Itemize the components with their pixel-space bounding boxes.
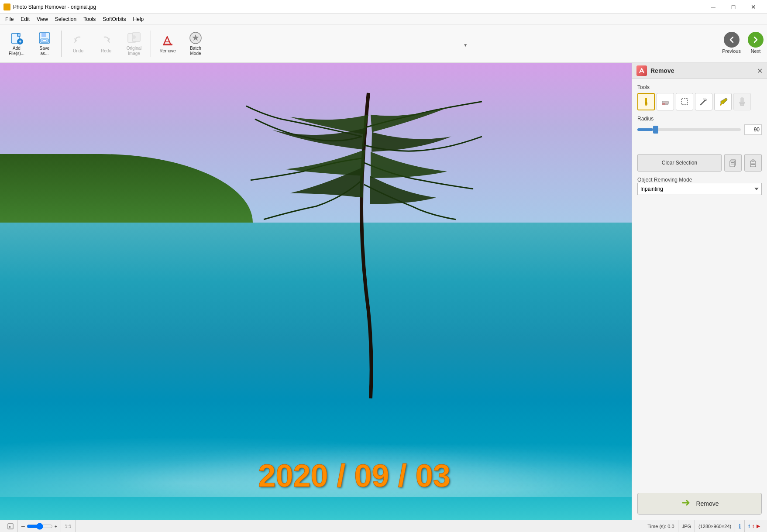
close-button[interactable]: ✕ — [743, 0, 764, 14]
remove-action-button[interactable]: Remove — [637, 493, 762, 515]
radius-section: Radius 90 — [637, 116, 762, 135]
spacer — [637, 140, 762, 149]
add-file-icon: + — [10, 31, 24, 45]
svg-point-20 — [704, 100, 706, 101]
brush-tool[interactable] — [637, 93, 655, 110]
svg-point-10 — [132, 35, 136, 39]
svg-rect-35 — [751, 163, 755, 164]
image-area[interactable]: 2020 / 09 / 03 — [0, 63, 632, 520]
tools-label: Tools — [637, 84, 762, 90]
toolbar-sep-1 — [61, 31, 62, 57]
save-as-button[interactable]: Saveas... — [31, 27, 58, 60]
toolbox-remove-icon — [636, 65, 647, 76]
eraser-tool[interactable] — [657, 93, 674, 110]
toolbar: + AddFile(s)... Saveas... Undo — [0, 24, 767, 63]
radius-slider-fill — [637, 128, 653, 131]
remove-action-label: Remove — [696, 500, 719, 507]
toolbar-expand-arrow[interactable]: ▼ — [463, 43, 468, 61]
palm-svg — [237, 63, 499, 429]
magic-wand-tool[interactable] — [695, 93, 712, 110]
main-content: 2020 / 09 / 03 Remove ✕ Tools — [0, 63, 767, 520]
dimensions-label: (1280×960×24) — [698, 524, 731, 529]
svg-rect-28 — [740, 103, 744, 106]
previous-button[interactable]: Previous — [722, 32, 741, 54]
radius-value[interactable]: 90 — [744, 124, 762, 135]
menu-help[interactable]: Help — [130, 14, 148, 24]
save-icon — [38, 31, 52, 45]
zoom-plus-button[interactable]: + — [55, 524, 57, 529]
format-label: JPG — [682, 524, 691, 529]
radius-label: Radius — [637, 116, 762, 122]
facebook-icon[interactable]: f — [748, 524, 750, 529]
dimensions-display: (1280×960×24) — [695, 520, 735, 532]
batch-mode-button[interactable]: BatchMode — [182, 27, 209, 60]
radius-slider-track[interactable] — [637, 128, 741, 131]
undo-button[interactable]: Undo — [65, 27, 91, 60]
rect-select-tool[interactable] — [676, 93, 693, 110]
info-icon-section[interactable]: ℹ — [735, 520, 745, 532]
menu-view[interactable]: View — [33, 14, 52, 24]
menu-file[interactable]: File — [2, 14, 17, 24]
object-removing-mode-dropdown[interactable]: Inpainting Content Aware Fill Clone Stam… — [637, 183, 762, 195]
prev-next-area: Previous Next — [722, 32, 764, 55]
svg-rect-36 — [751, 164, 755, 165]
svg-line-22 — [706, 99, 707, 100]
paste-button[interactable] — [744, 154, 762, 172]
time-label: Time (s): 0.0 — [647, 524, 674, 529]
svg-rect-15 — [645, 103, 647, 103]
toolbox-panel: Remove ✕ Tools — [632, 63, 767, 520]
status-bar: ─ + 1:1 Time (s): 0.0 JPG (1280×960×24) … — [0, 520, 767, 532]
original-image-icon — [127, 31, 141, 45]
clear-selection-button[interactable]: Clear Selection — [637, 154, 722, 172]
svg-rect-17 — [662, 103, 665, 105]
menu-tools[interactable]: Tools — [80, 14, 99, 24]
format-display: JPG — [678, 520, 695, 532]
svg-text:+: + — [18, 38, 21, 45]
remove-arrow-icon — [680, 497, 692, 511]
previous-icon — [724, 32, 739, 48]
zoom-minus-button[interactable]: ─ — [21, 524, 25, 529]
original-image-button[interactable]: OriginalImage — [121, 27, 147, 60]
add-file-button[interactable]: + AddFile(s)... — [3, 27, 30, 60]
twitter-icon[interactable]: t — [753, 524, 754, 529]
info-icon[interactable]: ℹ — [739, 523, 741, 530]
toolbox-header: Remove ✕ — [632, 63, 767, 79]
zoom-label: 1:1 — [61, 520, 75, 532]
redo-button[interactable]: Redo — [93, 27, 119, 60]
minimize-button[interactable]: ─ — [703, 0, 723, 14]
maximize-button[interactable]: □ — [723, 0, 743, 14]
toolbox-close-button[interactable]: ✕ — [757, 67, 763, 75]
zoom-level: 1:1 — [65, 524, 71, 529]
remove-tool-icon — [161, 34, 175, 48]
title-bar: Photo Stamp Remover - original.jpg ─ □ ✕ — [0, 0, 767, 14]
status-view-icon — [3, 520, 18, 532]
remove-button[interactable]: Remove — [155, 27, 181, 60]
svg-rect-1 — [17, 34, 20, 36]
toolbox-body: Tools — [632, 79, 767, 520]
window-title: Photo Stamp Remover - original.jpg — [13, 4, 96, 10]
svg-rect-26 — [741, 98, 743, 102]
menu-selection[interactable]: Selection — [52, 14, 80, 24]
youtube-icon[interactable]: ▶ — [757, 523, 760, 529]
zoom-slider[interactable] — [27, 523, 53, 530]
tools-section: Tools — [637, 84, 762, 110]
stamp-tool[interactable] — [733, 93, 751, 110]
next-label: Next — [751, 48, 761, 54]
object-removing-mode-section: Object Removing Mode Inpainting Content … — [637, 177, 762, 195]
svg-rect-19 — [681, 99, 688, 105]
window-controls: ─ □ ✕ — [703, 0, 764, 14]
copy-to-clipboard-button[interactable] — [724, 154, 742, 172]
beach-image: 2020 / 09 / 03 — [0, 63, 632, 520]
toolbox-title: Remove — [650, 67, 674, 74]
previous-label: Previous — [722, 48, 741, 54]
radius-slider-thumb[interactable] — [653, 126, 658, 134]
action-row: Clear Selection — [637, 154, 762, 172]
menu-edit[interactable]: Edit — [17, 14, 33, 24]
redo-icon — [99, 34, 113, 48]
menu-softorbits[interactable]: SoftOrbits — [99, 14, 129, 24]
next-icon — [748, 32, 764, 48]
dropper-tool[interactable] — [714, 93, 732, 110]
next-button[interactable]: Next — [748, 32, 764, 54]
svg-rect-38 — [9, 526, 10, 528]
svg-line-24 — [703, 99, 704, 100]
